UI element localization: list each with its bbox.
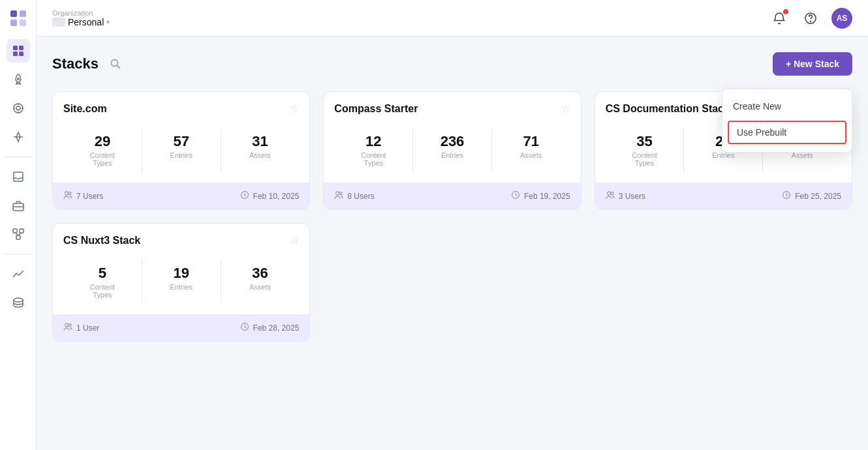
use-prebuilt-option[interactable]: Use Prebuilt	[728, 121, 846, 144]
stack-card-title: Site.com	[63, 103, 107, 115]
clock-icon	[240, 190, 249, 202]
users-count: 3 Users	[619, 192, 645, 201]
target-icon[interactable]	[7, 97, 30, 120]
svg-rect-3	[20, 20, 26, 26]
star-icon[interactable]: ☆	[561, 102, 570, 115]
stat-label: Assets	[249, 151, 271, 159]
sidebar-divider-1	[4, 157, 33, 157]
stat-item: 29 ContentTypes	[63, 128, 142, 172]
create-new-option[interactable]: Create New	[722, 95, 852, 118]
sidebar	[0, 0, 37, 450]
users-info: 8 Users	[334, 190, 374, 202]
stat-label: Assets	[249, 283, 271, 291]
stat-label: Entries	[441, 151, 463, 159]
chart-icon[interactable]	[7, 262, 30, 286]
stat-item: 31 Assets	[221, 128, 300, 172]
stack-card-compass-starter[interactable]: Compass Starter ☆ 12 ContentTypes 236 En…	[323, 91, 581, 210]
grid-icon[interactable]	[7, 39, 30, 63]
stack-card-site-com[interactable]: Site.com ☆ 29 ContentTypes 57 Entries 31…	[52, 91, 310, 210]
stat-item: 71 Assets	[492, 128, 570, 172]
svg-line-31	[117, 66, 120, 69]
org-section: Organization Personal ▾	[52, 9, 110, 27]
workflow-icon[interactable]	[7, 222, 30, 246]
stat-label: ContentTypes	[90, 151, 116, 167]
avatar[interactable]: AS	[831, 8, 852, 29]
svg-point-41	[65, 323, 69, 327]
star-icon[interactable]: ☆	[290, 234, 299, 247]
svg-point-35	[336, 192, 339, 195]
svg-rect-2	[10, 20, 17, 26]
inbox-icon[interactable]	[7, 165, 30, 188]
stack-card-header: Compass Starter ☆	[324, 92, 580, 123]
users-info: 3 Users	[606, 190, 645, 202]
svg-point-38	[607, 192, 610, 195]
users-count: 7 Users	[76, 192, 103, 201]
svg-rect-0	[10, 10, 17, 17]
svg-rect-7	[19, 52, 23, 56]
org-name-selector[interactable]: Personal ▾	[52, 17, 110, 27]
stack-date: Feb 28, 2025	[253, 323, 300, 333]
svg-point-39	[611, 192, 613, 195]
compass-icon[interactable]	[7, 125, 30, 149]
stat-value: 19	[173, 265, 189, 282]
svg-point-10	[16, 106, 20, 110]
users-icon	[606, 190, 615, 202]
notification-dot	[783, 9, 788, 14]
stack-date: Feb 10, 2025	[253, 192, 300, 201]
star-icon[interactable]: ☆	[290, 102, 299, 115]
svg-rect-22	[13, 229, 17, 233]
stack-card-title: CS Documentation Stack	[606, 103, 730, 115]
stack-card-header: Site.com ☆	[53, 92, 309, 123]
users-count: 8 Users	[347, 192, 374, 201]
stack-card-footer: 1 User Feb 28, 2025	[53, 314, 309, 341]
briefcase-icon[interactable]	[7, 194, 30, 217]
stat-label: ContentTypes	[632, 151, 657, 167]
svg-point-33	[69, 192, 71, 195]
stat-item: 19 Entries	[142, 260, 221, 304]
search-button[interactable]	[106, 55, 125, 73]
stat-item: 36 Assets	[221, 260, 300, 304]
stat-label: Entries	[170, 283, 193, 291]
stat-value: 31	[252, 133, 268, 150]
svg-point-32	[65, 192, 69, 195]
stat-value: 36	[252, 265, 268, 282]
rocket-icon[interactable]	[7, 68, 30, 91]
svg-point-30	[111, 60, 117, 67]
stat-item: 236 Entries	[413, 128, 492, 172]
clock-icon	[240, 322, 249, 333]
users-icon	[63, 190, 72, 202]
stat-item: 35 ContentTypes	[606, 128, 685, 172]
stat-item: 12 ContentTypes	[334, 128, 413, 172]
page-title: Stacks	[52, 55, 99, 72]
stat-value: 12	[365, 133, 381, 150]
stack-card-footer: 3 Users Feb 25, 2025	[595, 183, 852, 209]
users-count: 1 User	[76, 323, 99, 333]
stack-card-title: Compass Starter	[334, 103, 418, 115]
users-info: 7 Users	[63, 190, 103, 202]
stat-value: 71	[523, 133, 539, 150]
new-stack-button[interactable]: + New Stack	[773, 52, 852, 76]
date-info: Feb 19, 2025	[511, 190, 570, 202]
new-stack-container: + New Stack Create New Use Prebuilt	[773, 52, 852, 76]
stack-card-cs-nuxt3[interactable]: CS Nuxt3 Stack ☆ 5 ContentTypes 19 Entri…	[52, 223, 310, 342]
stat-label: Entries	[170, 151, 193, 159]
db-settings-icon[interactable]	[7, 291, 30, 314]
help-button[interactable]	[800, 8, 821, 29]
logo-icon[interactable]	[8, 8, 29, 29]
stack-card-stats: 5 ContentTypes 19 Entries 36 Assets	[53, 254, 309, 314]
page-header: Stacks + New Stack Create New Use Prebui…	[52, 52, 852, 76]
users-info: 1 User	[63, 322, 99, 333]
date-info: Feb 10, 2025	[240, 190, 300, 202]
stat-value: 35	[636, 133, 652, 150]
svg-rect-24	[16, 235, 20, 239]
stack-card-stats: 29 ContentTypes 57 Entries 31 Assets	[53, 123, 309, 183]
topbar: Organization Personal ▾ AS	[37, 0, 868, 37]
stat-label: ContentTypes	[90, 283, 116, 299]
stat-value: 236	[441, 133, 465, 150]
users-icon	[63, 322, 72, 333]
stack-card-title: CS Nuxt3 Stack	[63, 235, 140, 247]
sidebar-divider-2	[4, 254, 33, 254]
stat-value: 5	[99, 265, 106, 282]
notifications-button[interactable]	[769, 8, 790, 29]
svg-point-27	[14, 298, 23, 302]
